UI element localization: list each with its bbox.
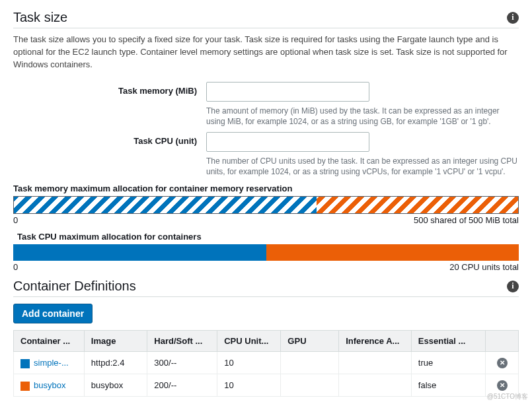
cell-inference — [339, 352, 412, 374]
task-memory-help: The amount of memory (in MiB) used by th… — [206, 106, 519, 127]
th-gpu[interactable]: GPU — [281, 331, 339, 352]
cell-limits: 300/-- — [147, 352, 217, 374]
remove-icon[interactable]: ✕ — [497, 358, 508, 368]
memory-allocation-bar — [13, 196, 519, 214]
task-size-heading: Task size i — [13, 10, 519, 28]
cell-essential: true — [411, 352, 485, 374]
th-actions — [486, 331, 519, 352]
help-icon[interactable]: i — [507, 281, 519, 292]
cpu-bar-left: 0 — [13, 262, 18, 272]
task-memory-input[interactable] — [206, 82, 369, 102]
task-cpu-input[interactable] — [206, 132, 369, 152]
color-swatch — [20, 382, 30, 391]
color-swatch — [20, 359, 30, 368]
th-limits[interactable]: Hard/Soft ... — [147, 331, 217, 352]
task-cpu-label: Task CPU (unit) — [13, 132, 206, 146]
th-cpu[interactable]: CPU Unit... — [217, 331, 281, 352]
add-container-button[interactable]: Add container — [13, 304, 93, 323]
cpu-bar-captions: 0 20 CPU units total — [13, 262, 519, 272]
cell-cpu: 10 — [217, 374, 281, 397]
memory-bar-captions: 0 500 shared of 500 MiB total — [13, 215, 519, 225]
cell-image: busybox — [84, 374, 147, 397]
cell-limits: 200/-- — [147, 374, 217, 397]
cell-gpu — [281, 374, 339, 397]
cell-essential: false — [411, 374, 485, 397]
table-row: busyboxbusybox200/--10false✕ — [14, 374, 519, 397]
cpu-bar-heading: Task CPU maximum allocation for containe… — [17, 232, 519, 242]
table-row: simple-...httpd:2.4300/--10true✕ — [14, 352, 519, 374]
container-name-link[interactable]: busybox — [34, 380, 65, 390]
cell-inference — [339, 374, 412, 397]
task-cpu-row: Task CPU (unit) The number of CPU units … — [13, 132, 519, 177]
container-table: Container ... Image Hard/Soft ... CPU Un… — [13, 330, 519, 397]
task-memory-label: Task memory (MiB) — [13, 82, 206, 96]
th-essential[interactable]: Essential ... — [411, 331, 485, 352]
help-icon[interactable]: i — [507, 12, 519, 24]
th-container-name[interactable]: Container ... — [14, 331, 85, 352]
memory-bar-right: 500 shared of 500 MiB total — [414, 215, 519, 225]
container-defs-heading: Container Definitions i — [13, 279, 519, 297]
container-defs-title: Container Definitions — [13, 279, 136, 294]
th-inference[interactable]: Inference A... — [339, 331, 412, 352]
cpu-allocation-bar — [13, 244, 519, 261]
remove-icon[interactable]: ✕ — [497, 380, 508, 391]
cell-image: httpd:2.4 — [84, 352, 147, 374]
table-header-row: Container ... Image Hard/Soft ... CPU Un… — [14, 331, 519, 352]
task-size-description: The task size allows you to specify a fi… — [13, 34, 519, 71]
cpu-bar-right: 20 CPU units total — [449, 262, 519, 272]
memory-bar-heading: Task memory maximum allocation for conta… — [13, 184, 519, 193]
task-size-title: Task size — [13, 10, 67, 25]
watermark: @51CTO博客 — [487, 392, 528, 401]
cell-gpu — [281, 352, 339, 374]
th-image[interactable]: Image — [84, 331, 147, 352]
cell-cpu: 10 — [217, 352, 281, 374]
memory-bar-left: 0 — [13, 215, 18, 225]
container-name-link[interactable]: simple-... — [34, 358, 69, 368]
task-cpu-help: The number of CPU units used by the task… — [206, 156, 519, 177]
task-memory-row: Task memory (MiB) The amount of memory (… — [13, 82, 519, 127]
